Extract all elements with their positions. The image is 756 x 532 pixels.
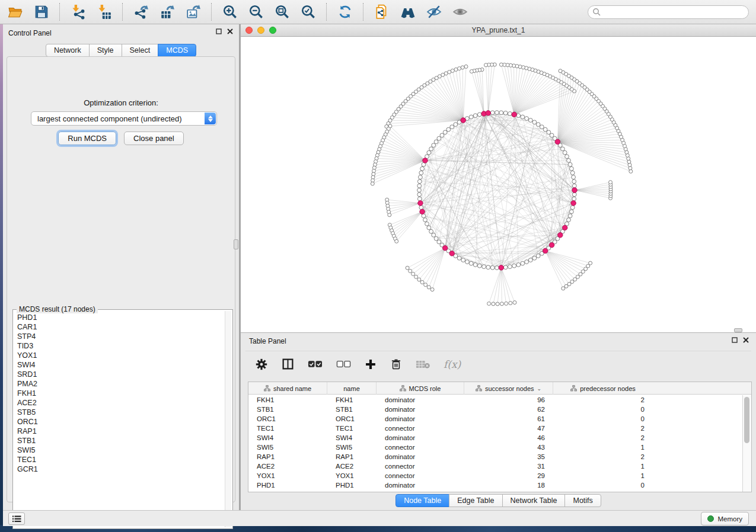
mcds-result-item[interactable]: PMA2	[17, 379, 225, 389]
ring-node[interactable]	[425, 222, 429, 226]
zoom-in-icon[interactable]	[222, 4, 238, 20]
ring-node[interactable]	[570, 206, 575, 210]
ring-node[interactable]	[461, 258, 465, 262]
ring-node[interactable]	[567, 159, 571, 163]
import-table-icon[interactable]	[96, 4, 112, 20]
zoom-fit-icon[interactable]	[274, 4, 290, 20]
ring-node[interactable]	[437, 136, 441, 140]
table-row[interactable]: RAP1RAP1dominator352	[248, 452, 742, 462]
close-panel-button[interactable]: Close panel	[124, 132, 184, 145]
table-row[interactable]: ORC1ORC1dominator610	[248, 414, 742, 424]
ring-node[interactable]	[419, 206, 423, 210]
zoom-selected-icon[interactable]	[300, 4, 316, 20]
ring-node[interactable]	[432, 143, 436, 148]
tab-network-table[interactable]: Network Table	[502, 494, 566, 507]
dominator-node[interactable]	[543, 248, 548, 253]
dominator-node[interactable]	[461, 118, 465, 123]
ring-node[interactable]	[473, 114, 477, 118]
ring-node[interactable]	[512, 264, 516, 268]
dominator-node[interactable]	[423, 158, 428, 163]
table-row[interactable]: YOX1YOX1connector291	[248, 471, 742, 480]
mcds-result-item[interactable]: FKH1	[17, 389, 225, 398]
leaf-node[interactable]	[589, 261, 592, 265]
ring-node[interactable]	[540, 125, 544, 129]
export-network-icon[interactable]	[133, 4, 149, 20]
add-column-icon[interactable]	[365, 358, 377, 370]
ring-node[interactable]	[521, 261, 525, 265]
leaf-node[interactable]	[499, 63, 503, 66]
ring-node[interactable]	[490, 111, 495, 115]
ring-node[interactable]	[454, 123, 458, 127]
leaf-node[interactable]	[500, 302, 503, 306]
leaf-node[interactable]	[420, 280, 424, 284]
ring-node[interactable]	[572, 184, 576, 188]
leaf-node[interactable]	[395, 239, 398, 243]
leaf-node[interactable]	[371, 182, 374, 185]
leaf-node[interactable]	[513, 301, 516, 305]
dominator-node[interactable]	[443, 246, 448, 251]
ring-node[interactable]	[437, 240, 441, 244]
float-panel-icon[interactable]	[216, 28, 222, 34]
dominator-node[interactable]	[418, 201, 423, 206]
refresh-view-icon[interactable]	[337, 4, 353, 20]
ring-node[interactable]	[508, 112, 512, 116]
ring-node[interactable]	[550, 133, 554, 137]
ui-settings-menu-button[interactable]	[8, 512, 25, 525]
ring-node[interactable]	[536, 254, 540, 258]
export-image-icon[interactable]	[185, 4, 201, 20]
mcds-result-item[interactable]: TEC1	[17, 455, 225, 464]
leaf-node[interactable]	[454, 68, 458, 71]
ring-node[interactable]	[417, 184, 422, 188]
mcds-result-item[interactable]: STP4	[17, 332, 225, 341]
leaf-node[interactable]	[487, 302, 491, 306]
ring-node[interactable]	[477, 113, 481, 117]
first-neighbors-icon[interactable]	[400, 4, 416, 20]
leaf-node[interactable]	[509, 302, 512, 305]
ring-node[interactable]	[420, 166, 425, 171]
ring-node[interactable]	[482, 265, 486, 269]
tab-mcds[interactable]: MCDS	[158, 44, 196, 57]
column-header-shared-name[interactable]: shared name	[248, 382, 327, 395]
ring-node[interactable]	[543, 127, 547, 132]
dominator-node[interactable]	[571, 201, 576, 206]
ring-node[interactable]	[568, 162, 572, 166]
dominator-node[interactable]	[499, 265, 503, 270]
ring-node[interactable]	[419, 171, 423, 175]
ring-node[interactable]	[570, 210, 574, 214]
ring-node[interactable]	[528, 118, 532, 123]
ring-node[interactable]	[432, 233, 436, 237]
mcds-list-scrollbar[interactable]	[225, 311, 231, 527]
ring-node[interactable]	[457, 256, 461, 260]
leaf-node[interactable]	[427, 286, 430, 289]
ring-node[interactable]	[440, 133, 444, 137]
ring-node[interactable]	[465, 260, 470, 264]
leaf-node[interactable]	[412, 272, 415, 275]
leaf-node[interactable]	[409, 269, 412, 273]
mcds-result-item[interactable]: SRD1	[17, 370, 225, 379]
run-mcds-button[interactable]: Run MCDS	[58, 132, 116, 145]
ring-node[interactable]	[417, 193, 422, 197]
leaf-node[interactable]	[629, 169, 633, 173]
mcds-result-item[interactable]: SWI5	[17, 446, 225, 455]
table-row[interactable]: TEC1TEC1connector472	[248, 424, 742, 433]
ring-node[interactable]	[490, 265, 495, 270]
show-all-eye-icon[interactable]	[452, 4, 468, 20]
tab-edge-table[interactable]: Edge Table	[449, 494, 502, 507]
table-row[interactable]: PHD1PHD1dominator180	[248, 480, 742, 490]
dominator-node[interactable]	[449, 251, 454, 256]
ring-node[interactable]	[567, 218, 571, 222]
ring-node[interactable]	[572, 197, 576, 201]
leaf-node[interactable]	[559, 69, 562, 73]
ring-node[interactable]	[434, 236, 438, 241]
ring-node[interactable]	[563, 150, 567, 155]
tab-node-table[interactable]: Node Table	[395, 494, 449, 507]
vertical-splitter-handle[interactable]	[234, 239, 238, 249]
settings-gear-icon[interactable]	[255, 358, 268, 371]
leaf-node[interactable]	[424, 283, 428, 287]
ring-node[interactable]	[434, 140, 438, 144]
column-header-predecessor-nodes[interactable]: predecessor nodes	[553, 382, 653, 395]
ring-node[interactable]	[536, 123, 540, 127]
close-panel-icon[interactable]	[743, 337, 749, 343]
leaf-node[interactable]	[388, 213, 391, 217]
clone-network-icon[interactable]	[374, 4, 390, 20]
